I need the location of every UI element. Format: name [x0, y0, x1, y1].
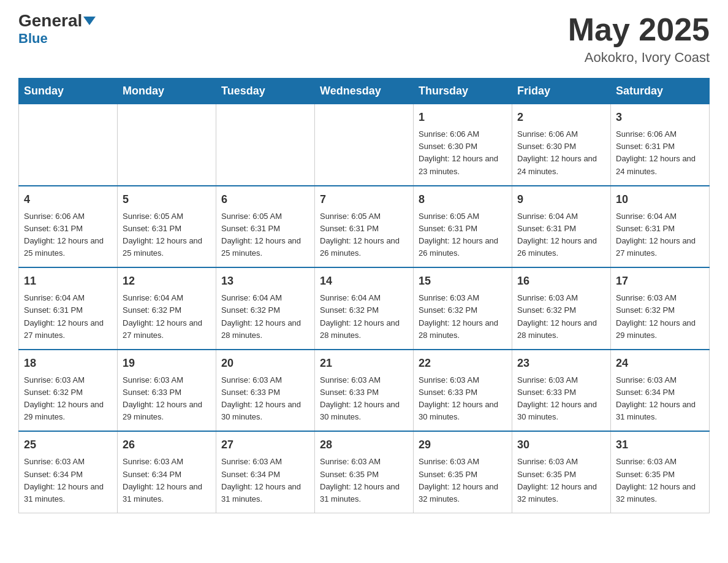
day-info: Sunrise: 6:04 AMSunset: 6:31 PMDaylight:… [616, 210, 704, 260]
day-info: Sunrise: 6:04 AMSunset: 6:32 PMDaylight:… [123, 292, 211, 342]
day-number: 10 [616, 191, 704, 208]
calendar-cell: 22Sunrise: 6:03 AMSunset: 6:33 PMDayligh… [414, 350, 512, 432]
calendar-week-5: 25Sunrise: 6:03 AMSunset: 6:34 PMDayligh… [19, 431, 710, 513]
day-number: 28 [320, 437, 408, 453]
calendar-cell [315, 104, 414, 186]
calendar-cell: 4Sunrise: 6:06 AMSunset: 6:31 PMDaylight… [19, 186, 118, 268]
day-number: 18 [24, 355, 112, 372]
calendar-cell: 21Sunrise: 6:03 AMSunset: 6:33 PMDayligh… [315, 350, 414, 432]
day-info: Sunrise: 6:06 AMSunset: 6:30 PMDaylight:… [419, 128, 507, 178]
calendar-header-row: Sunday Monday Tuesday Wednesday Thursday… [19, 79, 710, 104]
calendar-cell: 17Sunrise: 6:03 AMSunset: 6:32 PMDayligh… [611, 267, 710, 350]
calendar-cell: 7Sunrise: 6:05 AMSunset: 6:31 PMDaylight… [315, 186, 414, 268]
day-number: 1 [419, 109, 507, 126]
day-info: Sunrise: 6:04 AMSunset: 6:31 PMDaylight:… [517, 210, 605, 260]
day-number: 20 [221, 355, 309, 372]
day-number: 4 [24, 191, 112, 208]
day-number: 23 [517, 355, 605, 372]
day-number: 30 [517, 437, 605, 453]
calendar-cell: 30Sunrise: 6:03 AMSunset: 6:35 PMDayligh… [512, 431, 611, 513]
calendar-cell: 13Sunrise: 6:04 AMSunset: 6:32 PMDayligh… [216, 267, 315, 350]
calendar-cell: 24Sunrise: 6:03 AMSunset: 6:34 PMDayligh… [611, 350, 710, 432]
day-number: 21 [320, 355, 408, 372]
col-thursday: Thursday [414, 79, 512, 104]
col-monday: Monday [118, 79, 216, 104]
calendar-cell [19, 104, 118, 186]
day-info: Sunrise: 6:03 AMSunset: 6:35 PMDaylight:… [419, 456, 507, 505]
day-number: 22 [419, 355, 507, 372]
logo: General Blue [18, 12, 96, 47]
day-info: Sunrise: 6:03 AMSunset: 6:35 PMDaylight:… [517, 456, 605, 505]
calendar-cell: 10Sunrise: 6:04 AMSunset: 6:31 PMDayligh… [611, 186, 710, 268]
calendar-table: Sunday Monday Tuesday Wednesday Thursday… [18, 78, 710, 513]
calendar-week-1: 1Sunrise: 6:06 AMSunset: 6:30 PMDaylight… [19, 104, 710, 186]
calendar-cell: 16Sunrise: 6:03 AMSunset: 6:32 PMDayligh… [512, 267, 611, 350]
day-info: Sunrise: 6:03 AMSunset: 6:33 PMDaylight:… [419, 374, 507, 424]
calendar-cell: 15Sunrise: 6:03 AMSunset: 6:32 PMDayligh… [414, 267, 512, 350]
day-number: 24 [616, 355, 704, 372]
day-number: 13 [221, 273, 309, 289]
col-friday: Friday [512, 79, 611, 104]
day-info: Sunrise: 6:04 AMSunset: 6:32 PMDaylight:… [320, 292, 408, 342]
calendar-cell: 2Sunrise: 6:06 AMSunset: 6:30 PMDaylight… [512, 104, 611, 186]
day-number: 25 [24, 437, 112, 453]
day-number: 15 [419, 273, 507, 289]
day-info: Sunrise: 6:06 AMSunset: 6:31 PMDaylight:… [24, 210, 112, 260]
day-number: 19 [123, 355, 211, 372]
col-tuesday: Tuesday [216, 79, 315, 104]
day-info: Sunrise: 6:03 AMSunset: 6:35 PMDaylight:… [320, 456, 408, 505]
calendar-cell: 5Sunrise: 6:05 AMSunset: 6:31 PMDaylight… [118, 186, 216, 268]
day-number: 29 [419, 437, 507, 453]
day-info: Sunrise: 6:05 AMSunset: 6:31 PMDaylight:… [419, 210, 507, 260]
day-info: Sunrise: 6:06 AMSunset: 6:31 PMDaylight:… [616, 128, 704, 178]
calendar-cell [216, 104, 315, 186]
calendar-cell: 1Sunrise: 6:06 AMSunset: 6:30 PMDaylight… [414, 104, 512, 186]
calendar-cell: 28Sunrise: 6:03 AMSunset: 6:35 PMDayligh… [315, 431, 414, 513]
calendar-cell: 19Sunrise: 6:03 AMSunset: 6:33 PMDayligh… [118, 350, 216, 432]
day-info: Sunrise: 6:03 AMSunset: 6:32 PMDaylight:… [24, 374, 112, 424]
day-number: 16 [517, 273, 605, 289]
calendar-cell: 12Sunrise: 6:04 AMSunset: 6:32 PMDayligh… [118, 267, 216, 350]
calendar-cell: 27Sunrise: 6:03 AMSunset: 6:34 PMDayligh… [216, 431, 315, 513]
day-number: 8 [419, 191, 507, 208]
calendar-cell: 25Sunrise: 6:03 AMSunset: 6:34 PMDayligh… [19, 431, 118, 513]
day-info: Sunrise: 6:03 AMSunset: 6:33 PMDaylight:… [123, 374, 211, 424]
calendar-cell: 23Sunrise: 6:03 AMSunset: 6:33 PMDayligh… [512, 350, 611, 432]
day-number: 11 [24, 273, 112, 289]
day-number: 7 [320, 191, 408, 208]
day-number: 31 [616, 437, 704, 453]
title-block: May 2025 Aokokro, Ivory Coast [568, 12, 710, 66]
calendar-cell: 14Sunrise: 6:04 AMSunset: 6:32 PMDayligh… [315, 267, 414, 350]
day-number: 12 [123, 273, 211, 289]
day-info: Sunrise: 6:06 AMSunset: 6:30 PMDaylight:… [517, 128, 605, 178]
day-info: Sunrise: 6:03 AMSunset: 6:34 PMDaylight:… [616, 374, 704, 424]
day-number: 27 [221, 437, 309, 453]
calendar-cell [118, 104, 216, 186]
day-number: 3 [616, 109, 704, 126]
calendar-cell: 9Sunrise: 6:04 AMSunset: 6:31 PMDaylight… [512, 186, 611, 268]
location-subtitle: Aokokro, Ivory Coast [568, 50, 710, 66]
day-info: Sunrise: 6:03 AMSunset: 6:32 PMDaylight:… [419, 292, 507, 342]
col-sunday: Sunday [19, 79, 118, 104]
day-number: 26 [123, 437, 211, 453]
calendar-cell: 20Sunrise: 6:03 AMSunset: 6:33 PMDayligh… [216, 350, 315, 432]
calendar-cell: 26Sunrise: 6:03 AMSunset: 6:34 PMDayligh… [118, 431, 216, 513]
logo-general: General [18, 12, 82, 29]
calendar-cell: 6Sunrise: 6:05 AMSunset: 6:31 PMDaylight… [216, 186, 315, 268]
day-info: Sunrise: 6:03 AMSunset: 6:34 PMDaylight:… [24, 456, 112, 505]
calendar-cell: 11Sunrise: 6:04 AMSunset: 6:31 PMDayligh… [19, 267, 118, 350]
day-number: 6 [221, 191, 309, 208]
day-info: Sunrise: 6:04 AMSunset: 6:32 PMDaylight:… [221, 292, 309, 342]
day-info: Sunrise: 6:03 AMSunset: 6:33 PMDaylight:… [221, 374, 309, 424]
day-number: 5 [123, 191, 211, 208]
calendar-week-3: 11Sunrise: 6:04 AMSunset: 6:31 PMDayligh… [19, 267, 710, 350]
calendar-week-2: 4Sunrise: 6:06 AMSunset: 6:31 PMDaylight… [19, 186, 710, 268]
day-info: Sunrise: 6:03 AMSunset: 6:34 PMDaylight:… [221, 456, 309, 505]
day-info: Sunrise: 6:03 AMSunset: 6:33 PMDaylight:… [517, 374, 605, 424]
col-saturday: Saturday [611, 79, 710, 104]
page-header: General Blue May 2025 Aokokro, Ivory Coa… [18, 12, 710, 66]
day-info: Sunrise: 6:03 AMSunset: 6:33 PMDaylight:… [320, 374, 408, 424]
day-number: 17 [616, 273, 704, 289]
calendar-cell: 8Sunrise: 6:05 AMSunset: 6:31 PMDaylight… [414, 186, 512, 268]
day-info: Sunrise: 6:04 AMSunset: 6:31 PMDaylight:… [24, 292, 112, 342]
